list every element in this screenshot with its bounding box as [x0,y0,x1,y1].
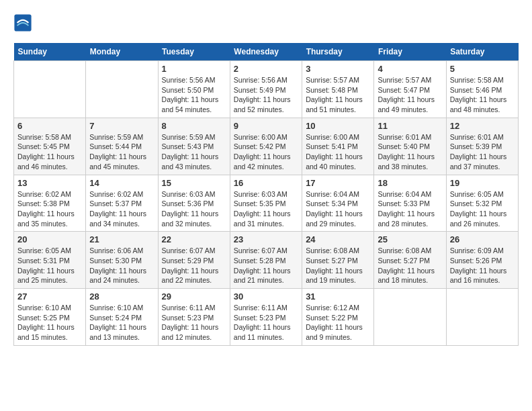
weekday-header-wednesday: Wednesday [230,43,302,61]
day-number: 12 [450,121,515,131]
day-info: Sunrise: 6:00 AM Sunset: 5:42 PM Dayligh… [234,132,298,172]
day-info: Sunrise: 5:56 AM Sunset: 5:50 PM Dayligh… [162,75,226,115]
day-info: Sunrise: 6:11 AM Sunset: 5:23 PM Dayligh… [234,303,298,342]
logo [13,13,35,32]
day-info: Sunrise: 6:08 AM Sunset: 5:27 PM Dayligh… [378,246,442,285]
day-info: Sunrise: 6:12 AM Sunset: 5:22 PM Dayligh… [306,303,370,342]
calendar-week-row: 6Sunrise: 5:58 AM Sunset: 5:45 PM Daylig… [14,118,519,175]
calendar-cell: 11Sunrise: 6:01 AM Sunset: 5:40 PM Dayli… [374,118,446,175]
day-info: Sunrise: 5:56 AM Sunset: 5:49 PM Dayligh… [234,75,298,115]
day-number: 17 [306,178,370,188]
calendar-cell: 23Sunrise: 6:07 AM Sunset: 5:28 PM Dayli… [230,232,302,289]
day-number: 14 [89,178,154,188]
calendar-cell: 4Sunrise: 5:57 AM Sunset: 5:47 PM Daylig… [374,61,446,118]
calendar-cell: 19Sunrise: 6:05 AM Sunset: 5:32 PM Dayli… [446,175,518,232]
weekday-header-sunday: Sunday [14,43,86,61]
day-number: 21 [89,234,154,244]
day-info: Sunrise: 6:04 AM Sunset: 5:33 PM Dayligh… [378,189,442,229]
weekday-header-row: SundayMondayTuesdayWednesdayThursdayFrid… [14,43,519,61]
calendar-cell: 18Sunrise: 6:04 AM Sunset: 5:33 PM Dayli… [374,175,446,232]
calendar-table: SundayMondayTuesdayWednesdayThursdayFrid… [13,43,519,346]
day-number: 27 [17,291,82,302]
day-number: 16 [234,178,298,188]
day-info: Sunrise: 5:58 AM Sunset: 5:46 PM Dayligh… [450,75,515,115]
day-info: Sunrise: 5:57 AM Sunset: 5:48 PM Dayligh… [306,75,370,115]
calendar-cell: 13Sunrise: 6:02 AM Sunset: 5:38 PM Dayli… [14,175,86,232]
day-number: 26 [450,234,515,244]
day-info: Sunrise: 6:05 AM Sunset: 5:31 PM Dayligh… [17,246,82,285]
calendar-cell: 25Sunrise: 6:08 AM Sunset: 5:27 PM Dayli… [374,232,446,289]
day-number: 10 [306,121,370,131]
day-info: Sunrise: 6:08 AM Sunset: 5:27 PM Dayligh… [306,246,370,285]
day-info: Sunrise: 5:58 AM Sunset: 5:45 PM Dayligh… [17,132,82,172]
calendar-cell: 15Sunrise: 6:03 AM Sunset: 5:36 PM Dayli… [158,175,230,232]
day-number: 2 [234,64,298,74]
calendar-cell: 27Sunrise: 6:10 AM Sunset: 5:25 PM Dayli… [14,289,86,346]
calendar-cell: 17Sunrise: 6:04 AM Sunset: 5:34 PM Dayli… [302,175,374,232]
day-info: Sunrise: 5:59 AM Sunset: 5:43 PM Dayligh… [162,132,226,172]
day-number: 29 [162,291,226,302]
calendar-cell: 31Sunrise: 6:12 AM Sunset: 5:22 PM Dayli… [302,289,374,346]
day-info: Sunrise: 6:05 AM Sunset: 5:32 PM Dayligh… [450,189,515,229]
day-number: 18 [378,178,442,188]
calendar-cell: 8Sunrise: 5:59 AM Sunset: 5:43 PM Daylig… [158,118,230,175]
day-info: Sunrise: 6:04 AM Sunset: 5:34 PM Dayligh… [306,189,370,229]
day-number: 8 [162,121,226,131]
calendar-cell: 2Sunrise: 5:56 AM Sunset: 5:49 PM Daylig… [230,61,302,118]
page-header [13,13,519,32]
calendar-cell: 5Sunrise: 5:58 AM Sunset: 5:46 PM Daylig… [446,61,518,118]
calendar-cell: 26Sunrise: 6:09 AM Sunset: 5:26 PM Dayli… [446,232,518,289]
day-number: 24 [306,234,370,244]
day-number: 23 [234,234,298,244]
day-number: 11 [378,121,442,131]
calendar-week-row: 27Sunrise: 6:10 AM Sunset: 5:25 PM Dayli… [14,289,519,346]
weekday-header-friday: Friday [374,43,446,61]
day-number: 1 [162,64,226,74]
calendar-cell: 24Sunrise: 6:08 AM Sunset: 5:27 PM Dayli… [302,232,374,289]
day-info: Sunrise: 6:06 AM Sunset: 5:30 PM Dayligh… [89,246,154,285]
day-number: 13 [17,178,82,188]
calendar-cell: 21Sunrise: 6:06 AM Sunset: 5:30 PM Dayli… [86,232,158,289]
calendar-cell [86,61,158,118]
day-number: 25 [378,234,442,244]
calendar-cell [374,289,446,346]
day-number: 28 [89,291,154,302]
day-number: 6 [17,121,82,131]
day-info: Sunrise: 6:09 AM Sunset: 5:26 PM Dayligh… [450,246,515,285]
day-info: Sunrise: 6:07 AM Sunset: 5:29 PM Dayligh… [162,246,226,285]
day-info: Sunrise: 6:01 AM Sunset: 5:39 PM Dayligh… [450,132,515,172]
day-info: Sunrise: 6:03 AM Sunset: 5:36 PM Dayligh… [162,189,226,229]
day-number: 4 [378,64,442,74]
calendar-cell: 14Sunrise: 6:02 AM Sunset: 5:37 PM Dayli… [86,175,158,232]
calendar-cell: 12Sunrise: 6:01 AM Sunset: 5:39 PM Dayli… [446,118,518,175]
day-info: Sunrise: 6:02 AM Sunset: 5:38 PM Dayligh… [17,189,82,229]
calendar-week-row: 13Sunrise: 6:02 AM Sunset: 5:38 PM Dayli… [14,175,519,232]
day-number: 15 [162,178,226,188]
calendar-cell: 22Sunrise: 6:07 AM Sunset: 5:29 PM Dayli… [158,232,230,289]
day-number: 9 [234,121,298,131]
calendar-cell: 29Sunrise: 6:11 AM Sunset: 5:23 PM Dayli… [158,289,230,346]
day-info: Sunrise: 6:10 AM Sunset: 5:24 PM Dayligh… [89,303,154,342]
day-number: 7 [89,121,154,131]
calendar-cell: 1Sunrise: 5:56 AM Sunset: 5:50 PM Daylig… [158,61,230,118]
calendar-cell: 3Sunrise: 5:57 AM Sunset: 5:48 PM Daylig… [302,61,374,118]
calendar-cell: 20Sunrise: 6:05 AM Sunset: 5:31 PM Dayli… [14,232,86,289]
day-number: 3 [306,64,370,74]
day-info: Sunrise: 6:00 AM Sunset: 5:41 PM Dayligh… [306,132,370,172]
calendar-cell: 6Sunrise: 5:58 AM Sunset: 5:45 PM Daylig… [14,118,86,175]
day-info: Sunrise: 6:07 AM Sunset: 5:28 PM Dayligh… [234,246,298,285]
calendar-cell [446,289,518,346]
day-number: 19 [450,178,515,188]
calendar-cell: 16Sunrise: 6:03 AM Sunset: 5:35 PM Dayli… [230,175,302,232]
calendar-cell: 10Sunrise: 6:00 AM Sunset: 5:41 PM Dayli… [302,118,374,175]
day-info: Sunrise: 6:02 AM Sunset: 5:37 PM Dayligh… [89,189,154,229]
day-number: 20 [17,234,82,244]
calendar-cell: 30Sunrise: 6:11 AM Sunset: 5:23 PM Dayli… [230,289,302,346]
logo-icon [13,13,32,32]
day-info: Sunrise: 6:03 AM Sunset: 5:35 PM Dayligh… [234,189,298,229]
calendar-cell: 7Sunrise: 5:59 AM Sunset: 5:44 PM Daylig… [86,118,158,175]
weekday-header-saturday: Saturday [446,43,518,61]
weekday-header-monday: Monday [86,43,158,61]
day-number: 31 [306,291,370,302]
calendar-cell [14,61,86,118]
